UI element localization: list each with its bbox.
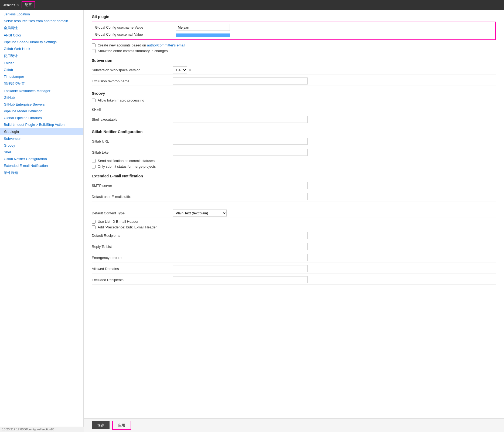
sidebar: Jenkins Location Serve resource files fr… <box>0 10 84 432</box>
sidebar-item-groovy[interactable]: Groovy <box>0 142 83 149</box>
shell-title: Shell <box>92 108 496 112</box>
allow-token-macro-checkbox[interactable] <box>92 99 96 102</box>
allowed-domains-label: Allowed Domains <box>92 267 173 271</box>
nav-config-label: 配置 <box>22 1 35 8</box>
exclusion-revprop-input[interactable] <box>173 77 308 85</box>
add-precedence-checkbox[interactable] <box>92 225 96 229</box>
sidebar-item-global-pipeline[interactable]: Global Pipeline Libraries <box>0 114 83 121</box>
footer-url: 10.20.217.17:8000/configure#section86 <box>0 427 84 432</box>
reply-to-list-label: Reply To List <box>92 245 173 249</box>
git-email-input[interactable] <box>176 33 230 37</box>
allow-token-macro-row: Allow token macro processing <box>92 98 496 102</box>
reply-to-list-input[interactable] <box>173 243 308 250</box>
default-email-suffix-label: Default user E-mail suffix <box>92 195 173 199</box>
sidebar-item-extended-email[interactable]: Extended E-mail Notification <box>0 162 83 169</box>
show-commit-row: Show the entire commit summary in change… <box>92 49 496 53</box>
gitlab-token-row: Gitlab token <box>92 148 496 157</box>
use-list-id-label: Use List-ID E-mail Header <box>98 220 138 224</box>
save-button[interactable]: 保存 <box>92 421 110 429</box>
reply-to-list-value <box>173 243 496 250</box>
sidebar-item-folder[interactable]: Folder <box>0 60 83 66</box>
emergency-reroute-label: Emergency reroute <box>92 256 173 260</box>
use-list-id-checkbox[interactable] <box>92 220 96 224</box>
only-submit-label: Only submit status for merge projects <box>98 164 156 168</box>
show-commit-checkbox[interactable] <box>92 49 96 53</box>
add-precedence-label: Add 'Precedence: bulk' E-mail Header <box>98 225 157 229</box>
send-notification-label: Send notification as commit statuses <box>98 159 155 163</box>
allow-token-macro-label: Allow token macro processing <box>98 98 144 102</box>
nav-jenkins-link[interactable]: Jenkins <box>3 3 15 7</box>
apply-button[interactable]: 应用 <box>112 421 131 430</box>
sidebar-item-timestamper[interactable]: Timestamper <box>0 73 83 80</box>
default-recipients-row: Default Recipients <box>92 231 496 240</box>
sidebar-item-quan-ju[interactable]: 全局属性 <box>0 24 83 32</box>
use-list-id-row: Use List-ID E-mail Header <box>92 220 496 224</box>
send-notification-checkbox[interactable] <box>92 159 96 163</box>
groovy-title: Groovy <box>92 91 496 96</box>
smtp-server-row: SMTP server <box>92 181 496 190</box>
default-recipients-input[interactable] <box>173 232 308 239</box>
reply-to-list-row: Reply To List <box>92 242 496 251</box>
top-nav: Jenkins > 配置 <box>0 0 504 10</box>
sidebar-item-github[interactable]: GitHub <box>0 94 83 101</box>
default-email-suffix-input[interactable] <box>173 193 308 200</box>
sidebar-item-pipeline-speed[interactable]: Pipeline Speed/Durability Settings <box>0 39 83 45</box>
gitlab-token-value <box>173 149 496 156</box>
content-area: Git plugin Global Config user.name Value… <box>84 10 504 432</box>
gitlab-url-input[interactable] <box>173 138 308 145</box>
git-username-label: Global Config user.name Value <box>95 25 176 29</box>
sidebar-item-jenkins-location[interactable]: Jenkins Location <box>0 11 83 18</box>
git-email-row: Global Config user.email Value <box>95 32 493 37</box>
send-notification-row: Send notification as commit statuses <box>92 159 496 163</box>
git-username-input[interactable] <box>176 24 230 31</box>
smtp-server-input[interactable] <box>173 182 308 189</box>
sidebar-item-ansi-color[interactable]: ANSI Color <box>0 32 83 39</box>
gitlab-url-value <box>173 138 496 145</box>
shell-executable-value <box>173 116 496 123</box>
create-accounts-row: Create new accounts based on author/comm… <box>92 43 496 47</box>
gitlab-url-label: Gitlab URL <box>92 139 173 143</box>
sidebar-item-shi-yong[interactable]: 使用统计 <box>0 52 83 60</box>
default-content-type-value: Plain Text (text/plain) HTML (text/html) <box>173 210 496 217</box>
default-content-type-label: Default Content Type <box>92 211 173 215</box>
shell-executable-input[interactable] <box>173 116 308 123</box>
sidebar-item-gitlab-notifier[interactable]: Gitlab Notifier Configuration <box>0 156 83 162</box>
gitlab-url-row: Gitlab URL <box>92 137 496 146</box>
sv-workspace-select[interactable]: 1.4 1.5 1.6 1.7 1.8 1.9 <box>173 66 187 73</box>
create-accounts-checkbox[interactable] <box>92 43 96 47</box>
default-email-suffix-row: Default user E-mail suffix <box>92 192 496 201</box>
sv-workspace-row: Subversion Workspace Version 1.4 1.5 1.6… <box>92 65 496 75</box>
git-plugin-box: Global Config user.name Value Global Con… <box>92 22 496 40</box>
sidebar-item-you-jian[interactable]: 邮件通知 <box>0 169 83 177</box>
gitlab-token-input[interactable] <box>173 149 308 156</box>
gitlab-notifier-title: Gitlab Notifier Configuration <box>92 130 496 134</box>
add-precedence-row: Add 'Precedence: bulk' E-mail Header <box>92 225 496 229</box>
sidebar-item-gitlab-webhook[interactable]: Gitlab Web Hook <box>0 45 83 52</box>
git-email-label: Global Config user.email Value <box>95 32 176 36</box>
sidebar-item-pipeline-model[interactable]: Pipeline Model Definition <box>0 108 83 114</box>
excluded-recipients-input[interactable] <box>173 276 308 283</box>
default-recipients-value <box>173 232 496 239</box>
sidebar-item-guan-li[interactable]: 管理监控配置 <box>0 80 83 87</box>
allowed-domains-input[interactable] <box>173 265 308 272</box>
excluded-recipients-value <box>173 276 496 283</box>
sidebar-item-github-enterprise[interactable]: GitHub Enterprise Servers <box>0 101 83 108</box>
exclusion-revprop-value <box>173 77 496 85</box>
emergency-reroute-input[interactable] <box>173 254 308 261</box>
sidebar-item-build-timeout[interactable]: Build-timeout Plugin > BuildStep Action <box>0 121 83 128</box>
only-submit-checkbox[interactable] <box>92 165 96 168</box>
sidebar-item-lockable[interactable]: Lockable Resources Manager <box>0 87 83 94</box>
sidebar-item-git-plugin[interactable]: Git plugin <box>0 128 83 135</box>
sidebar-item-shell[interactable]: Shell <box>0 149 83 156</box>
shell-executable-row: Shell executable <box>92 115 496 124</box>
main-layout: Jenkins Location Serve resource files fr… <box>0 10 504 432</box>
sidebar-item-subversion[interactable]: Subversion <box>0 135 83 142</box>
gitlab-token-label: Gitlab token <box>92 150 173 154</box>
smtp-server-value <box>173 182 496 189</box>
only-submit-row: Only submit status for merge projects <box>92 164 496 168</box>
default-content-type-row: Default Content Type Plain Text (text/pl… <box>92 208 496 218</box>
default-content-type-select[interactable]: Plain Text (text/plain) HTML (text/html) <box>173 210 227 217</box>
default-email-suffix-value <box>173 193 496 200</box>
sidebar-item-serve-resource[interactable]: Serve resource files from another domain <box>0 18 83 24</box>
sidebar-item-gitlab[interactable]: Gitlab <box>0 66 83 73</box>
